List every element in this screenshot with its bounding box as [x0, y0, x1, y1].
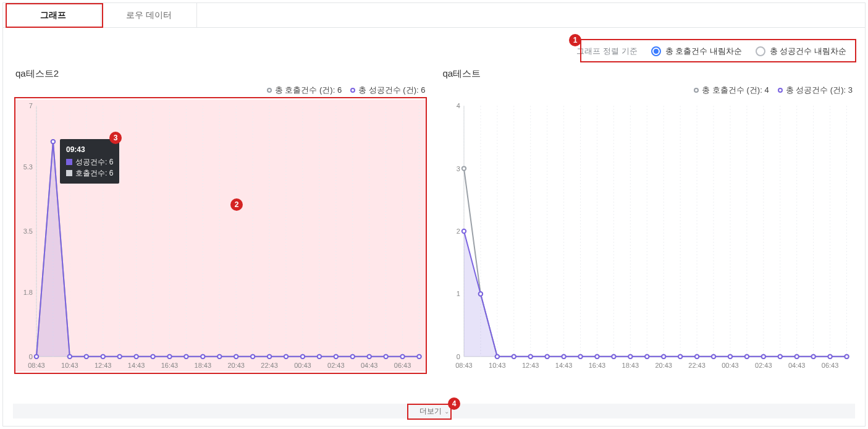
svg-point-160: [495, 355, 499, 359]
legend-calls: 총 호출건수 (건): 4: [694, 85, 769, 96]
svg-text:3.5: 3.5: [23, 227, 33, 235]
svg-point-161: [512, 355, 515, 359]
svg-text:00:43: 00:43: [722, 362, 739, 369]
legend-calls: 총 호출건수 (건): 6: [267, 85, 342, 96]
tab-graph-label: 그래프: [40, 10, 66, 21]
svg-text:08:43: 08:43: [28, 362, 45, 369]
svg-point-168: [628, 355, 632, 359]
svg-text:10:43: 10:43: [61, 362, 78, 369]
svg-point-179: [811, 355, 815, 359]
svg-point-81: [268, 355, 271, 359]
legend-success-label: 총 성공건수 (건): 6: [358, 85, 425, 96]
svg-point-69: [68, 355, 72, 359]
panel-legend: 총 호출건수 (건): 6 총 성공건수 (건): 6: [15, 85, 426, 96]
svg-point-167: [612, 355, 615, 359]
svg-text:00:43: 00:43: [294, 362, 311, 369]
svg-text:10:43: 10:43: [489, 362, 506, 369]
svg-point-164: [562, 355, 565, 359]
svg-point-87: [368, 355, 371, 359]
svg-text:12:43: 12:43: [521, 362, 539, 369]
more-bar: 더보기 ⌄: [13, 404, 855, 418]
svg-point-134: [461, 166, 465, 170]
svg-text:18:43: 18:43: [622, 362, 639, 369]
page-root: 그래프 로우 데이터 그래프 정렬 기준 총 호출건수 내림차순 총 성공건수 …: [2, 2, 866, 427]
panel-legend: 총 호출건수 (건): 4 총 성공건수 (건): 3: [443, 85, 853, 96]
svg-text:1.8: 1.8: [23, 289, 33, 296]
svg-text:16:43: 16:43: [161, 362, 179, 369]
chevron-down-icon: ⌄: [444, 408, 449, 415]
svg-text:18:43: 18:43: [195, 362, 212, 369]
radio-icon: [651, 46, 661, 56]
svg-text:4: 4: [456, 102, 460, 109]
svg-point-163: [545, 355, 549, 359]
svg-text:7: 7: [29, 102, 33, 109]
svg-point-90: [417, 355, 421, 359]
svg-point-73: [134, 355, 138, 359]
sort-label: 그래프 정렬 기준: [576, 46, 637, 57]
svg-text:1: 1: [456, 290, 460, 297]
legend-success: 총 성공건수 (건): 6: [350, 85, 425, 96]
legend-calls-label: 총 호출건수 (건): 6: [275, 85, 342, 96]
legend-success-label: 총 성공건수 (건): 3: [786, 85, 853, 96]
svg-point-173: [711, 355, 715, 359]
callout-3: 3: [109, 132, 122, 144]
svg-point-86: [351, 355, 355, 359]
svg-text:0: 0: [456, 353, 460, 360]
svg-point-181: [845, 355, 848, 359]
svg-point-159: [478, 292, 482, 295]
svg-text:12:43: 12:43: [95, 362, 112, 369]
svg-point-68: [51, 140, 55, 143]
svg-point-162: [528, 355, 532, 359]
radio-sort-by-success[interactable]: 총 성공건수 내림차순: [756, 46, 846, 57]
svg-point-80: [251, 355, 255, 359]
more-label: 더보기: [419, 406, 442, 417]
svg-text:08:43: 08:43: [455, 362, 472, 369]
svg-point-177: [778, 355, 782, 359]
svg-point-172: [694, 355, 698, 359]
svg-point-169: [645, 355, 649, 359]
svg-point-158: [461, 229, 465, 233]
tab-graph[interactable]: 그래프: [6, 3, 101, 27]
svg-point-84: [318, 355, 321, 359]
svg-point-178: [794, 355, 798, 359]
circle-icon: [778, 88, 783, 93]
svg-point-70: [85, 355, 88, 359]
radio-icon: [756, 46, 765, 56]
svg-point-174: [728, 355, 731, 359]
tab-bar: 그래프 로우 데이터: [3, 3, 865, 28]
chart-area-1[interactable]: 0123408:4310:4312:4314:4316:4318:4320:43…: [443, 100, 853, 372]
svg-point-82: [284, 355, 288, 359]
svg-point-77: [201, 355, 204, 359]
svg-text:3: 3: [456, 165, 460, 172]
chart-area-0[interactable]: 01.83.55.3708:4310:4312:4314:4316:4318:4…: [15, 100, 426, 372]
radio-sort-by-calls[interactable]: 총 호출건수 내림차순: [651, 46, 742, 57]
svg-point-72: [117, 355, 121, 359]
svg-text:14:43: 14:43: [555, 362, 572, 369]
chart-panel-1: qa테스트 총 호출건수 (건): 4 총 성공건수 (건): 3 012340…: [443, 68, 853, 399]
panel-title: qa테스트2: [15, 68, 426, 80]
legend-calls-label: 총 호출건수 (건): 4: [702, 85, 769, 96]
callout-4: 4: [448, 397, 460, 410]
svg-point-175: [744, 355, 748, 359]
circle-icon: [694, 88, 699, 93]
svg-point-74: [151, 355, 154, 359]
svg-point-85: [334, 355, 338, 359]
svg-point-78: [217, 355, 221, 359]
svg-point-83: [301, 355, 305, 359]
svg-text:02:43: 02:43: [755, 362, 772, 369]
svg-point-165: [578, 355, 582, 359]
svg-text:0: 0: [29, 353, 33, 360]
svg-text:04:43: 04:43: [788, 362, 804, 369]
svg-point-75: [167, 355, 171, 359]
svg-point-67: [35, 355, 38, 359]
tab-raw-data[interactable]: 로우 데이터: [101, 3, 197, 27]
svg-point-176: [761, 355, 765, 359]
svg-text:06:43: 06:43: [394, 362, 411, 369]
svg-point-89: [400, 355, 404, 359]
tab-raw-label: 로우 데이터: [126, 10, 172, 21]
svg-text:14:43: 14:43: [128, 362, 145, 369]
svg-text:16:43: 16:43: [588, 362, 605, 369]
chart-svg-0: 01.83.55.3708:4310:4312:4314:4316:4318:4…: [15, 100, 426, 372]
chart-panel-0: qa테스트2 총 호출건수 (건): 6 총 성공건수 (건): 6 01.83…: [15, 68, 426, 399]
svg-point-170: [662, 355, 665, 359]
